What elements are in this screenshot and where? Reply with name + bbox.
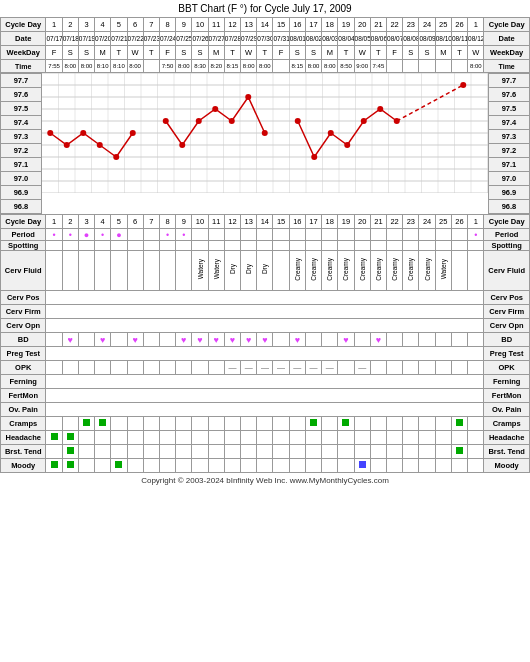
svg-point-47	[196, 118, 202, 124]
temp-graph-section: 97.7 97.6 97.5 97.4 97.3 97.2 97.1 97.0 …	[0, 73, 530, 214]
bottom-data-table: Cycle Day 1 2 3 4 5 6 7 8 9 10 11 12 13 …	[0, 214, 530, 473]
svg-point-44	[130, 130, 136, 136]
cycle-day-label: Cycle Day	[1, 18, 46, 32]
ov-pain-row: Ov. Pain Ov. Pain	[1, 403, 530, 417]
temp-labels-left: 97.7 97.6 97.5 97.4 97.3 97.2 97.1 97.0 …	[0, 73, 42, 214]
temp-labels-right: 97.7 97.6 97.5 97.4 97.3 97.2 97.1 97.0 …	[488, 73, 530, 214]
weekday-label: WeekDay	[1, 46, 46, 60]
brst-tend-row: Brst. Tend Brst. Tend	[1, 445, 530, 459]
chart-container: Cycle Day 1 2 3 4 5 6 7 8 9 10 11 12 13 …	[0, 17, 530, 473]
ferning-label-right: Ferning	[484, 375, 530, 389]
svg-point-52	[295, 118, 301, 124]
time-label-right: Time	[484, 60, 530, 73]
date-row: Date 07/17 07/18 07/19 07/20 07/21 07/22…	[1, 32, 530, 46]
period-row: Period • • ● • ● • • • Period	[1, 229, 530, 241]
spotting-label-right: Spotting	[484, 241, 530, 251]
cerv-firm-label: Cerv Firm	[1, 305, 46, 319]
fertmon-label: FertMon	[1, 389, 46, 403]
bd-label: BD	[1, 333, 46, 347]
bd-row: BD ♥ ♥ ♥ ♥ ♥ ♥ ♥ ♥ ♥ ♥ ♥ ♥ BD	[1, 333, 530, 347]
svg-point-46	[179, 142, 185, 148]
headache-label: Headache	[1, 431, 46, 445]
cramps-label-right: Cramps	[484, 417, 530, 431]
svg-point-54	[328, 130, 334, 136]
brst-tend-label-right: Brst. Tend	[484, 445, 530, 459]
ferning-row: Ferning Ferning	[1, 375, 530, 389]
cerv-firm-label-right: Cerv Firm	[484, 305, 530, 319]
cerv-fluid-label-right: Cerv Fluid	[484, 251, 530, 291]
ov-pain-label: Ov. Pain	[1, 403, 46, 417]
weekday-row: WeekDay F S S M T W T F S S M T W T F S …	[1, 46, 530, 60]
cerv-opn-label-right: Cerv Opn	[484, 319, 530, 333]
bd-label-right: BD	[484, 333, 530, 347]
time-label: Time	[1, 60, 46, 73]
bbt-table: Cycle Day 1 2 3 4 5 6 7 8 9 10 11 12 13 …	[0, 17, 530, 73]
cerv-opn-row: Cerv Opn Cerv Opn	[1, 319, 530, 333]
svg-point-39	[47, 130, 53, 136]
chart-title: BBT Chart (F °) for Cycle July 17, 2009	[0, 0, 530, 17]
opk-row: OPK — — — — — — — — OPK	[1, 361, 530, 375]
cerv-fluid-label: Cerv Fluid	[1, 251, 46, 291]
svg-point-51	[262, 130, 268, 136]
preg-test-label-right: Preg Test	[484, 347, 530, 361]
svg-point-59	[460, 82, 466, 88]
cycle-day-bottom-label: Cycle Day	[1, 215, 46, 229]
moody-row: Moody Moody	[1, 459, 530, 473]
opk-label-right: OPK	[484, 361, 530, 375]
svg-point-45	[163, 118, 169, 124]
copyright-text: Copyright © 2003-2024 bInfinity Web Inc.…	[0, 473, 530, 488]
svg-point-50	[245, 94, 251, 100]
svg-point-55	[344, 142, 350, 148]
cycle-day-bottom-row: Cycle Day 1 2 3 4 5 6 7 8 9 10 11 12 13 …	[1, 215, 530, 229]
headache-row: Headache Headache	[1, 431, 530, 445]
cycle-day-header-row: Cycle Day 1 2 3 4 5 6 7 8 9 10 11 12 13 …	[1, 18, 530, 32]
svg-point-49	[229, 118, 235, 124]
cramps-row: Cramps Cramps	[1, 417, 530, 431]
date-label: Date	[1, 32, 46, 46]
svg-point-42	[97, 142, 103, 148]
preg-test-label: Preg Test	[1, 347, 46, 361]
brst-tend-label: Brst. Tend	[1, 445, 46, 459]
cramps-label: Cramps	[1, 417, 46, 431]
period-label-right: Period	[484, 229, 530, 241]
moody-label-right: Moody	[484, 459, 530, 473]
opk-label: OPK	[1, 361, 46, 375]
weekday-label-right: WeekDay	[484, 46, 530, 60]
temp-grid	[42, 73, 488, 193]
fertmon-label-right: FertMon	[484, 389, 530, 403]
spotting-row: Spotting Spotting	[1, 241, 530, 251]
headache-label-right: Headache	[484, 431, 530, 445]
temp-graph-area	[42, 73, 488, 214]
cycle-day-bottom-label-right: Cycle Day	[484, 215, 530, 229]
cerv-pos-label: Cerv Pos	[1, 291, 46, 305]
fertmon-row: FertMon FertMon	[1, 389, 530, 403]
svg-point-57	[377, 106, 383, 112]
spotting-label: Spotting	[1, 241, 46, 251]
cerv-pos-label-right: Cerv Pos	[484, 291, 530, 305]
svg-point-40	[64, 142, 70, 148]
date-label-right: Date	[484, 32, 530, 46]
cerv-firm-row: Cerv Firm Cerv Firm	[1, 305, 530, 319]
svg-point-53	[311, 154, 317, 160]
cycle-day-label-right: Cycle Day	[484, 18, 530, 32]
svg-point-43	[113, 154, 119, 160]
ferning-label: Ferning	[1, 375, 46, 389]
svg-point-58	[394, 118, 400, 124]
cerv-pos-row: Cerv Pos Cerv Pos	[1, 291, 530, 305]
svg-point-48	[212, 106, 218, 112]
period-label: Period	[1, 229, 46, 241]
svg-point-41	[80, 130, 86, 136]
cerv-opn-label: Cerv Opn	[1, 319, 46, 333]
svg-point-56	[361, 118, 367, 124]
ov-pain-label-right: Ov. Pain	[484, 403, 530, 417]
preg-test-row: Preg Test Preg Test	[1, 347, 530, 361]
moody-label: Moody	[1, 459, 46, 473]
cerv-fluid-row: Cerv Fluid Watery Watery Dry Dry Dry Cre…	[1, 251, 530, 291]
svg-line-38	[397, 85, 464, 121]
time-row: Time 7:55 8:00 8:00 8:10 8:10 8:00 7:50 …	[1, 60, 530, 73]
